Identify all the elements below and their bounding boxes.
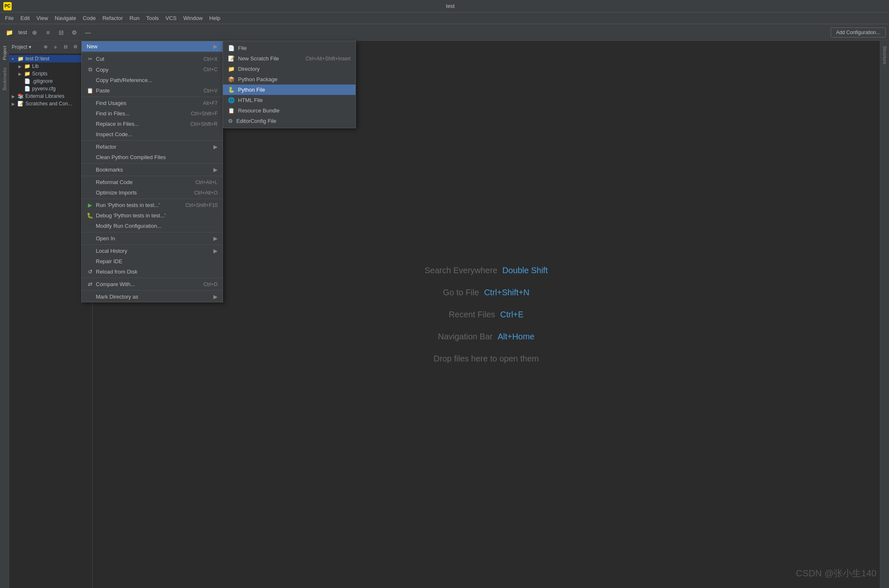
ctx-shortcut-compare: Ctrl+D: [203, 282, 218, 287]
project-locate-btn[interactable]: ⊕: [41, 43, 50, 51]
ctx-sep-9: [82, 278, 223, 278]
ctx-sep-3: [82, 140, 223, 141]
hint-search-everywhere: Search Everywhere Double Shift: [425, 266, 548, 275]
toolbar-close-icon[interactable]: —: [82, 27, 94, 38]
tree-item-external-libs[interactable]: ▶ 📚 External Libraries: [9, 92, 92, 100]
file-icon-gitignore: 📄: [24, 78, 30, 84]
ctx-item-local-history[interactable]: Local History ▶: [82, 246, 223, 256]
ctx-item-find-usages[interactable]: Find Usages Alt+F7: [82, 98, 223, 108]
submenu-label-editorconfig: EditorConfig File: [236, 118, 276, 124]
ctx-item-paste[interactable]: 📋 Paste Ctrl+V: [82, 85, 223, 96]
ctx-item-optimize-imports[interactable]: Optimize Imports Ctrl+Alt+O: [82, 187, 223, 198]
ctx-label-optimize-imports: Optimize Imports: [96, 189, 137, 196]
submenu-item-directory[interactable]: 📁 Directory: [223, 64, 356, 74]
ctx-label-reload-disk: Reload from Disk: [96, 269, 138, 275]
ctx-label-modify-run: Modify Run Configuration...: [96, 223, 162, 229]
tree-item-gitignore[interactable]: ▶ 📄 .gitignore: [9, 77, 92, 85]
ctx-item-find-files[interactable]: Find in Files... Ctrl+Shift+F: [82, 108, 223, 119]
submenu-label-pyfile: Python File: [238, 87, 265, 93]
menu-help[interactable]: Help: [206, 13, 224, 23]
ctx-item-reload-disk[interactable]: ↺ Reload from Disk: [82, 267, 223, 277]
main-layout: Project Bookmarks Project ▾ ⊕ ≡ ⊟ ⚙ — ▾ …: [0, 41, 889, 588]
ctx-item-copy[interactable]: ⧉ Copy Ctrl+C: [82, 64, 223, 75]
ctx-item-debug[interactable]: 🐛 Debug 'Python tests in test...': [82, 210, 223, 221]
sidebar-item-bookmarks[interactable]: Bookmarks: [1, 64, 8, 94]
ctx-sep-8: [82, 244, 223, 245]
menu-refactor[interactable]: Refactor: [99, 13, 126, 23]
tree-item-pyvenv[interactable]: ▶ 📄 pyvenv.cfg: [9, 85, 92, 92]
toolbar-settings-icon[interactable]: ⚙: [69, 27, 80, 38]
ctx-item-run[interactable]: ▶ Run 'Python tests in test...' Ctrl+Shi…: [82, 200, 223, 210]
ctx-item-clean-compiled[interactable]: Clean Python Compiled Files: [82, 152, 223, 162]
ctx-sep-6: [82, 199, 223, 199]
hint-recent-shortcut: Ctrl+E: [500, 310, 523, 319]
ctx-item-modify-run[interactable]: Modify Run Configuration...: [82, 221, 223, 231]
ctx-label-new: New: [87, 43, 98, 50]
project-settings-btn[interactable]: ⚙: [71, 43, 80, 51]
submenu-item-file[interactable]: 📄 File: [223, 43, 356, 53]
ctx-item-mark-dir[interactable]: Mark Directory as ▶: [82, 292, 223, 302]
ctx-arrow-refactor: ▶: [213, 144, 218, 150]
project-name-label: test: [18, 29, 27, 35]
ctx-label-find-files: Find in Files...: [96, 110, 130, 117]
submenu-item-scratch[interactable]: 📝 New Scratch File Ctrl+Alt+Shift+Insert: [223, 53, 356, 64]
toolbar-folder-icon[interactable]: 📁: [3, 27, 15, 38]
project-collapse-btn[interactable]: ⊟: [61, 43, 70, 51]
sidebar-item-project[interactable]: Project: [1, 42, 8, 63]
menu-navigate[interactable]: Navigate: [51, 13, 79, 23]
tree-item-test[interactable]: ▾ 📁 test D:\test: [9, 55, 92, 62]
tree-label-scripts: Scripts: [32, 71, 48, 77]
right-tabs: Structure: [880, 41, 889, 588]
ctx-item-copy-path[interactable]: Copy Path/Reference...: [82, 75, 223, 85]
ctx-item-inspect-code[interactable]: Inspect Code...: [82, 129, 223, 140]
menu-edit[interactable]: Edit: [17, 13, 33, 23]
ctx-item-refactor[interactable]: Refactor ▶: [82, 142, 223, 152]
tree-label-external-libs: External Libraries: [25, 93, 64, 99]
ctx-label-run: Run 'Python tests in test...': [96, 202, 160, 208]
submenu-shortcut-scratch: Ctrl+Alt+Shift+Insert: [306, 56, 351, 62]
project-expand-btn[interactable]: ≡: [51, 43, 60, 51]
tree-item-lib[interactable]: ▶ 📁 Lib: [9, 62, 92, 70]
ctx-item-new[interactable]: New ▶: [82, 41, 223, 52]
menu-file[interactable]: File: [2, 13, 17, 23]
hint-nav-bar: Navigation Bar Alt+Home: [438, 332, 535, 341]
menu-tools[interactable]: Tools: [143, 13, 162, 23]
ctx-item-open-in[interactable]: Open In ▶: [82, 233, 223, 244]
ctx-shortcut-paste: Ctrl+V: [203, 88, 218, 94]
toolbar-collapse-icon[interactable]: ⊟: [55, 27, 67, 38]
ctx-item-reformat[interactable]: Reformat Code Ctrl+Alt+L: [82, 177, 223, 187]
sidebar-item-structure[interactable]: Structure: [881, 42, 888, 68]
ctx-label-copy: Copy: [96, 67, 108, 73]
ctx-item-repair-ide[interactable]: Repair IDE: [82, 256, 223, 267]
title-bar: PC test: [0, 0, 889, 12]
menu-code[interactable]: Code: [80, 13, 99, 23]
menu-vcs[interactable]: VCS: [162, 13, 180, 23]
menu-view[interactable]: View: [33, 13, 51, 23]
submenu-item-pypackage[interactable]: 📦 Python Package: [223, 74, 356, 85]
tree-item-scratches[interactable]: ▶ 📝 Scratches and Con...: [9, 100, 92, 107]
add-configuration-button[interactable]: Add Configuration...: [831, 27, 886, 37]
tree-item-scripts[interactable]: ▶ 📁 Scripts: [9, 70, 92, 77]
ctx-sep-10: [82, 290, 223, 291]
submenu-item-editorconfig[interactable]: ⚙ EditorConfig File: [223, 116, 356, 126]
submenu-item-pyfile[interactable]: 🐍 Python File: [223, 85, 356, 95]
ctx-item-cut[interactable]: ✂ Cut Ctrl+X: [82, 54, 223, 64]
toolbar-locate-icon[interactable]: ⊕: [29, 27, 40, 38]
ctx-sep-2: [82, 97, 223, 97]
ctx-item-compare[interactable]: ⇄ Compare With... Ctrl+D: [82, 279, 223, 289]
submenu-item-html[interactable]: 🌐 HTML File: [223, 95, 356, 105]
submenu-item-resource[interactable]: 📋 Resource Bundle: [223, 105, 356, 116]
folder-icon-test: 📁: [18, 56, 24, 62]
ctx-label-copy-path: Copy Path/Reference...: [96, 77, 152, 83]
ctx-label-local-history: Local History: [96, 248, 127, 254]
project-panel-header: Project ▾ ⊕ ≡ ⊟ ⚙ —: [9, 41, 92, 53]
ctx-label-find-usages: Find Usages: [96, 100, 126, 106]
window-title: test: [15, 3, 886, 9]
ctx-item-bookmarks[interactable]: Bookmarks ▶: [82, 164, 223, 175]
ctx-item-replace-files[interactable]: Replace in Files... Ctrl+Shift+R: [82, 119, 223, 129]
ctx-shortcut-find-files: Ctrl+Shift+F: [191, 111, 218, 117]
toolbar-expand-icon[interactable]: ≡: [42, 27, 54, 38]
tree-label-pyvenv: pyvenv.cfg: [32, 86, 55, 92]
menu-run[interactable]: Run: [126, 13, 143, 23]
menu-window[interactable]: Window: [180, 13, 206, 23]
